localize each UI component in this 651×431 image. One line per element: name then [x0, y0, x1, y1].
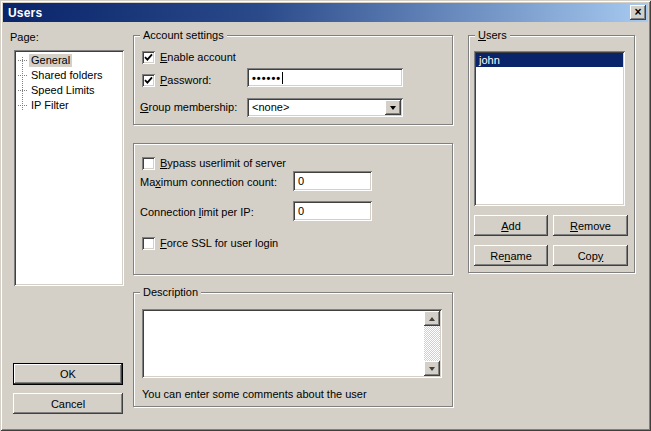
tree-item-label: IP Filter: [29, 99, 71, 112]
password-input[interactable]: ••••••: [247, 68, 403, 87]
account-settings-title: Account settings: [140, 29, 227, 42]
checkbox[interactable]: [142, 51, 155, 64]
scroll-down-button[interactable]: [424, 361, 440, 376]
tree-branch-icon: [18, 90, 27, 91]
window-title: Users: [8, 6, 42, 20]
sidebar-item-ip-filter[interactable]: IP Filter: [14, 98, 124, 113]
tree-item-label: Speed Limits: [29, 84, 97, 97]
password-masked-value: ••••••: [252, 72, 281, 84]
description-scrollbar[interactable]: [424, 311, 440, 376]
password-checkbox[interactable]: Password:: [142, 74, 211, 87]
copy-button-label: Copy: [578, 250, 604, 262]
ip-limit-value: 0: [298, 205, 304, 217]
force-ssl-checkbox[interactable]: Force SSL for user login: [142, 237, 278, 250]
add-user-button[interactable]: Add: [474, 215, 548, 236]
checkbox[interactable]: [142, 237, 155, 250]
sidebar-item-general[interactable]: General: [14, 53, 124, 68]
triangle-up-icon: [429, 314, 435, 321]
description-textarea[interactable]: [142, 309, 442, 378]
ip-limit-label: Connection limit per IP:: [140, 206, 254, 219]
tree-branch-icon: [18, 75, 27, 76]
rename-button-label: Rename: [490, 250, 532, 262]
sidebar-item-shared-folders[interactable]: Shared folders: [14, 68, 124, 83]
rename-user-button[interactable]: Rename: [474, 245, 548, 266]
group-membership-value: <none>: [252, 101, 289, 114]
users-dialog: Users × Page: General Shared folders Spe…: [0, 0, 651, 431]
ok-button-label: OK: [60, 368, 76, 380]
tree-branch-icon: [18, 60, 27, 61]
remove-user-button[interactable]: Remove: [553, 215, 628, 236]
cancel-button-label: Cancel: [51, 398, 85, 410]
group-membership-select[interactable]: <none>: [247, 98, 403, 117]
list-item-john[interactable]: john: [476, 53, 623, 67]
tree-branch-icon: [18, 105, 27, 106]
scroll-up-button[interactable]: [424, 311, 440, 326]
sidebar-item-speed-limits[interactable]: Speed Limits: [14, 83, 124, 98]
group-membership-label: Group membership:: [140, 101, 237, 114]
force-ssl-label: Force SSL for user login: [160, 237, 278, 250]
bypass-userlimit-label: Bypass userlimit of server: [160, 157, 286, 170]
checkmark-icon: [144, 76, 153, 85]
password-label: Password:: [160, 74, 211, 87]
cancel-button[interactable]: Cancel: [13, 393, 123, 414]
add-button-label: Add: [501, 220, 521, 232]
users-group-title: Users: [475, 29, 510, 42]
chevron-down-icon: [390, 106, 396, 113]
max-connection-input[interactable]: 0: [293, 171, 372, 191]
bypass-userlimit-checkbox[interactable]: Bypass userlimit of server: [142, 157, 286, 170]
checkmark-icon: [144, 53, 153, 62]
enable-account-label: Enable account: [160, 51, 236, 64]
text-caret: [282, 72, 283, 84]
tree-item-label: Shared folders: [29, 69, 105, 82]
remove-button-label: Remove: [570, 220, 611, 232]
title-bar[interactable]: Users ×: [3, 3, 648, 22]
enable-account-checkbox[interactable]: Enable account: [142, 51, 236, 64]
checkbox[interactable]: [142, 157, 155, 170]
ok-button[interactable]: OK: [13, 363, 123, 385]
tree-item-label: General: [29, 54, 72, 67]
page-label: Page:: [10, 31, 39, 44]
description-hint: You can enter some comments about the us…: [142, 388, 367, 401]
users-listbox: john: [474, 51, 625, 206]
description-text: [146, 312, 422, 375]
description-title: Description: [140, 286, 201, 299]
triangle-down-icon: [429, 367, 435, 374]
combo-dropdown-button[interactable]: [385, 100, 401, 115]
ip-limit-input[interactable]: 0: [293, 201, 372, 221]
page-tree: General Shared folders Speed Limits IP F…: [14, 50, 124, 286]
copy-user-button[interactable]: Copy: [553, 245, 628, 266]
close-icon[interactable]: ×: [630, 5, 646, 20]
max-connection-value: 0: [298, 175, 304, 187]
checkbox[interactable]: [142, 74, 155, 87]
max-connection-label: Maximum connection count:: [140, 176, 277, 189]
